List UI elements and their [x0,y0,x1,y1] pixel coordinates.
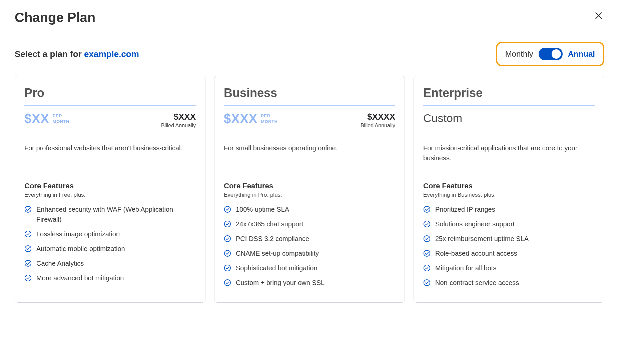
plan-card-enterprise: EnterpriseCustomFor mission-critical app… [414,76,604,303]
plan-divider [423,105,595,106]
billing-toggle: Monthly Annual [496,42,604,66]
billing-toggle-switch[interactable] [539,48,563,60]
features-list: 100% uptime SLA24x7x365 chat supportPCI … [224,204,395,288]
features-subheading: Everything in Business, plus: [423,192,595,198]
check-circle-icon [224,220,231,228]
svg-point-11 [224,265,230,271]
plan-divider [224,105,395,106]
feature-item: Enhanced security with WAF (Web Applicat… [24,204,196,224]
svg-point-10 [224,250,230,256]
plan-billed-label: Billed Annually [361,123,395,129]
features-subheading: Everything in Free, plus: [24,192,196,198]
plan-description: For small businesses operating online. [224,143,395,164]
svg-point-16 [424,250,430,256]
feature-text: PCI DSS 3.2 compliance [236,234,309,244]
feature-item: Role-based account access [423,248,595,258]
svg-point-8 [224,221,230,227]
feature-item: Sophisticated bot mitigation [224,263,395,273]
svg-point-9 [224,236,230,242]
check-circle-icon [224,206,231,213]
plan-price-unit: PERMONTH [53,113,69,125]
feature-text: 100% uptime SLA [236,204,289,214]
close-button[interactable] [593,10,604,23]
billing-toggle-monthly-label[interactable]: Monthly [505,49,533,59]
svg-point-5 [25,260,31,266]
plan-price-unit: PERMONTH [261,113,277,125]
svg-point-2 [25,206,31,212]
check-circle-icon [224,264,231,272]
plan-price-annual: $XXXX [361,112,395,122]
features-heading: Core Features [24,182,196,190]
feature-item: Cache Analytics [24,258,196,268]
plan-description: For mission-critical applications that a… [423,143,595,164]
feature-item: 25x reimbursement uptime SLA [423,234,595,244]
feature-item: More advanced bot mitigation [24,273,196,283]
check-circle-icon [423,279,431,286]
page-title: Change Plan [15,10,95,25]
feature-text: Role-based account access [435,248,517,258]
svg-point-13 [424,206,430,212]
features-list: Prioritized IP rangesSolutions engineer … [423,204,595,288]
feature-item: CNAME set-up compatibility [224,248,395,258]
feature-text: Custom + bring your own SSL [236,278,325,288]
feature-text: Non-contract service access [435,278,519,288]
check-circle-icon [24,206,32,213]
check-circle-icon [423,235,431,242]
feature-item: Mitigation for all bots [423,263,595,273]
check-circle-icon [423,250,431,257]
plan-card-pro: Pro$XXPERMONTH$XXXBilled AnnuallyFor pro… [15,76,205,303]
close-icon [594,11,603,22]
check-circle-icon [224,235,231,242]
select-plan-prefix: Select a plan for [15,49,84,59]
plan-billed-label: Billed Annually [161,123,196,129]
plan-custom-price: Custom [423,112,462,125]
svg-point-7 [224,206,230,212]
feature-text: Lossless image optimization [36,229,120,239]
plans-container: Pro$XXPERMONTH$XXXBilled AnnuallyFor pro… [15,76,604,303]
svg-point-4 [25,246,31,252]
svg-point-17 [424,265,430,271]
plan-card-business: Business$XXXPERMONTH$XXXXBilled Annually… [214,76,405,303]
plan-name: Pro [24,86,196,100]
feature-text: Sophisticated bot mitigation [236,263,318,273]
feature-item: Solutions engineer support [423,219,595,229]
plan-price-monthly: $XX [24,112,49,126]
domain-link[interactable]: example.com [84,49,139,59]
plan-name: Enterprise [423,86,595,100]
plan-description: For professional websites that aren't bu… [24,143,196,164]
feature-text: 24x7x365 chat support [236,219,303,229]
billing-toggle-annual-label[interactable]: Annual [568,49,595,59]
feature-item: 24x7x365 chat support [224,219,395,229]
features-heading: Core Features [224,182,395,190]
feature-text: Mitigation for all bots [435,263,496,273]
check-circle-icon [423,206,431,213]
svg-point-12 [224,280,230,286]
feature-item: Automatic mobile optimization [24,244,196,254]
feature-text: Automatic mobile optimization [36,244,125,254]
check-circle-icon [24,274,32,282]
switch-knob [552,49,561,59]
check-circle-icon [423,220,431,228]
feature-text: Solutions engineer support [435,219,515,229]
feature-item: Lossless image optimization [24,229,196,239]
feature-text: Cache Analytics [36,258,84,268]
check-circle-icon [24,260,32,267]
feature-text: 25x reimbursement uptime SLA [435,234,529,244]
plan-price-annual: $XXX [161,112,196,122]
check-circle-icon [423,264,431,272]
select-plan-heading: Select a plan for example.com [15,49,139,59]
svg-point-14 [424,221,430,227]
svg-point-15 [424,236,430,242]
feature-text: CNAME set-up compatibility [236,248,319,258]
check-circle-icon [24,230,32,238]
check-circle-icon [224,250,231,257]
feature-text: Prioritized IP ranges [435,204,495,214]
features-subheading: Everything in Pro, plus: [224,192,395,198]
feature-item: PCI DSS 3.2 compliance [224,234,395,244]
feature-item: Prioritized IP ranges [423,204,595,214]
check-circle-icon [224,279,231,286]
feature-item: Non-contract service access [423,278,595,288]
feature-text: More advanced bot mitigation [36,273,124,283]
plan-name: Business [224,86,395,100]
feature-item: Custom + bring your own SSL [224,278,395,288]
